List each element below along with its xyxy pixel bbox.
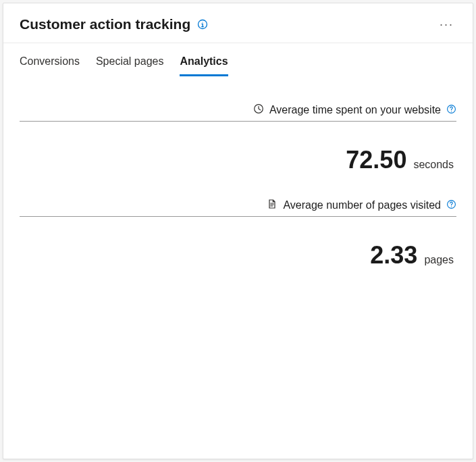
metric-header: Average time spent on your website <box>20 103 456 122</box>
metric-label: Average number of pages visited <box>283 199 441 211</box>
more-actions-button[interactable]: ··· <box>437 16 456 33</box>
card-header: Customer action tracking ··· <box>3 3 473 43</box>
metric-value: 72.50 <box>346 146 406 174</box>
help-icon[interactable] <box>446 199 456 212</box>
document-icon <box>267 199 277 212</box>
customer-action-tracking-card: Customer action tracking ··· Conversions… <box>3 3 473 459</box>
tab-analytics[interactable]: Analytics <box>180 55 228 76</box>
metric-value-row: 72.50 seconds <box>20 122 456 174</box>
metric-unit: seconds <box>413 159 454 171</box>
tab-special-pages[interactable]: Special pages <box>96 55 164 76</box>
analytics-content: Average time spent on your website 72.50… <box>3 76 473 459</box>
metric-header: Average number of pages visited <box>20 199 456 217</box>
clock-icon <box>253 103 264 117</box>
metric-value: 2.33 <box>370 241 417 270</box>
help-icon[interactable] <box>446 104 456 117</box>
metric-unit: pages <box>424 254 454 266</box>
metric-average-time: Average time spent on your website 72.50… <box>20 103 456 174</box>
metric-value-row: 2.33 pages <box>20 217 456 270</box>
tabs: Conversions Special pages Analytics <box>3 43 473 76</box>
tab-conversions[interactable]: Conversions <box>20 55 80 76</box>
page-title: Customer action tracking <box>20 16 190 32</box>
metric-average-pages: Average number of pages visited 2.33 pag… <box>20 199 456 270</box>
title-wrap: Customer action tracking <box>20 16 208 32</box>
info-icon[interactable] <box>197 19 208 30</box>
svg-point-4 <box>451 111 452 111</box>
svg-point-6 <box>451 206 452 207</box>
svg-point-1 <box>203 22 203 22</box>
metric-label: Average time spent on your website <box>269 104 441 116</box>
